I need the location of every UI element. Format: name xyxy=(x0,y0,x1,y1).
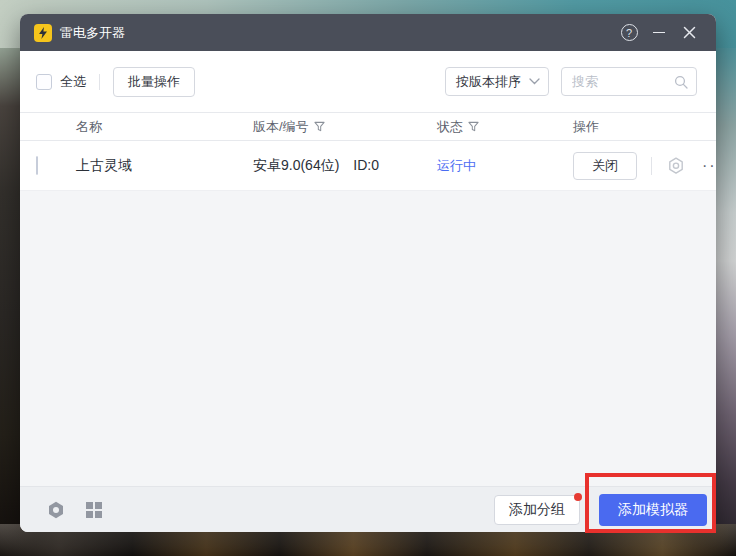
titlebar[interactable]: 雷电多开器 ? xyxy=(20,14,716,51)
help-button[interactable]: ? xyxy=(614,19,644,47)
notification-dot xyxy=(574,493,582,501)
operations-divider xyxy=(651,157,652,175)
minimize-button[interactable] xyxy=(644,19,674,47)
batch-operations-button[interactable]: 批量操作 xyxy=(113,67,195,97)
filter-funnel-icon[interactable] xyxy=(314,121,325,132)
row-operations: 关闭 ··· xyxy=(573,152,716,180)
column-header-name[interactable]: 名称 xyxy=(76,118,253,136)
app-window: 雷电多开器 ? 全选 批量操作 按版本排序 xyxy=(20,14,716,532)
lightning-bolt-icon xyxy=(38,27,48,39)
filter-funnel-icon[interactable] xyxy=(468,121,479,132)
sort-dropdown-value: 按版本排序 xyxy=(456,73,529,91)
search-input[interactable] xyxy=(572,74,674,89)
row-checkbox[interactable] xyxy=(36,156,38,175)
chevron-down-icon xyxy=(529,78,540,85)
sort-dropdown[interactable]: 按版本排序 xyxy=(445,67,549,96)
column-header-operations: 操作 xyxy=(573,118,700,136)
emulator-name: 上古灵域 xyxy=(76,157,253,175)
table-header: 名称 版本/编号 状态 操作 xyxy=(20,112,716,141)
footer-bar: 添加分组 添加模拟器 xyxy=(20,486,716,532)
wallpaper-right-mist xyxy=(714,48,736,532)
emulator-list-empty-area xyxy=(20,191,716,486)
emulator-version: 安卓9.0(64位)ID:0 xyxy=(253,157,437,175)
toolbar-divider xyxy=(99,74,100,90)
app-logo-icon xyxy=(34,24,52,42)
select-all-checkbox[interactable] xyxy=(36,74,52,90)
stop-emulator-button[interactable]: 关闭 xyxy=(573,152,637,180)
close-button[interactable] xyxy=(674,19,704,47)
add-group-button[interactable]: 添加分组 xyxy=(494,495,580,525)
minimize-icon xyxy=(653,32,665,33)
wallpaper-left-cliff xyxy=(0,48,22,532)
close-icon xyxy=(683,26,696,39)
search-icon xyxy=(674,75,688,89)
grid-view-icon[interactable] xyxy=(85,501,103,519)
emulator-id: ID:0 xyxy=(353,157,379,173)
window-title: 雷电多开器 xyxy=(60,24,125,42)
settings-nut-icon[interactable] xyxy=(666,156,686,176)
global-settings-icon[interactable] xyxy=(46,500,66,520)
add-emulator-button[interactable]: 添加模拟器 xyxy=(599,494,707,526)
emulator-row[interactable]: 上古灵域 安卓9.0(64位)ID:0 运行中 关闭 ··· xyxy=(20,141,716,191)
toolbar: 全选 批量操作 按版本排序 xyxy=(20,51,716,112)
more-options-icon[interactable]: ··· xyxy=(702,161,716,171)
help-icon: ? xyxy=(621,24,638,41)
column-header-version[interactable]: 版本/编号 xyxy=(253,118,437,136)
status-badge: 运行中 xyxy=(437,157,573,175)
select-all-label: 全选 xyxy=(60,73,86,91)
search-box[interactable] xyxy=(561,67,697,96)
column-header-status[interactable]: 状态 xyxy=(437,118,573,136)
